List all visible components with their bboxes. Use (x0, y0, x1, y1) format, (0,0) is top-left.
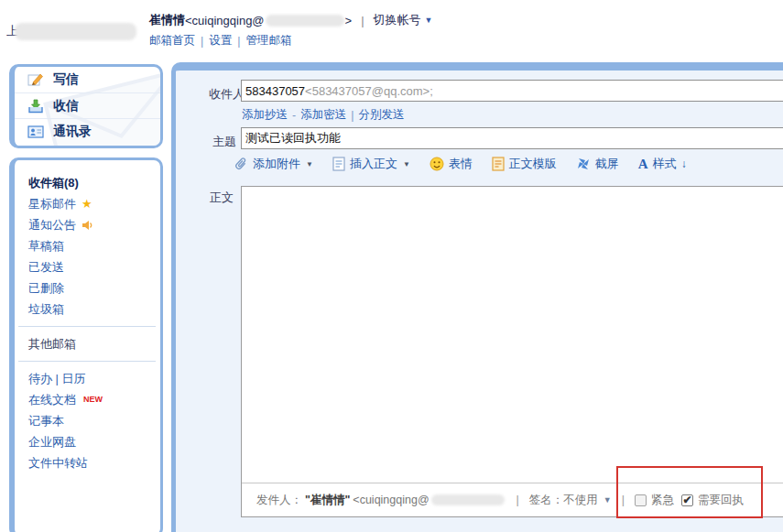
separator: | (237, 35, 240, 48)
tool-label: 文件中转站 (28, 452, 88, 473)
folder-label: 已删除 (28, 277, 64, 299)
arrow-down-icon: ↓ (681, 157, 687, 170)
nav-mail-home[interactable]: 邮箱首页 (149, 33, 195, 49)
folder-sent[interactable]: 已发送 (15, 256, 160, 277)
sidebar-item-label: 收信 (53, 98, 79, 114)
to-input[interactable]: 583437057<583437057@qq.com>; (241, 80, 783, 102)
add-bcc-link[interactable]: 添加密送 (300, 107, 346, 123)
read-receipt-checkbox[interactable] (681, 494, 693, 506)
sidebar-folders-panel: 收件箱(8) 星标邮件 ★ 通知公告 草稿箱 已发送 已删除 垃圾箱 其他邮箱 … (9, 157, 163, 532)
user-email-prefix: <cuiqingqing@ (185, 14, 265, 27)
letter-a-icon: A (638, 157, 648, 172)
send-separately-link[interactable]: 分别发送 (358, 107, 404, 123)
folder-label: 星标邮件 (28, 193, 76, 214)
tool-label: 添加附件 (253, 156, 300, 172)
tool-label: 插入正文 (350, 156, 397, 172)
nav-manage-mailbox[interactable]: 管理邮箱 (246, 33, 292, 49)
email-redaction-blur (431, 494, 505, 505)
subject-label: 主题 (212, 134, 236, 150)
template-icon (492, 157, 505, 171)
sidebar-item-notes[interactable]: 记事本 (15, 410, 160, 431)
sidebar-item-contacts[interactable]: 通讯录 (15, 118, 160, 144)
add-attachment-button[interactable]: 添加附件 ▼ (234, 156, 313, 172)
sidebar-item-todo-calendar[interactable]: 待办 | 日历 (15, 368, 160, 389)
screenshot-pinwheel-icon (576, 157, 591, 171)
contacts-card-icon (27, 125, 44, 138)
urgent-checkbox[interactable] (635, 494, 647, 506)
folder-starred[interactable]: 星标邮件 ★ (15, 193, 160, 214)
nav-settings[interactable]: 设置 (209, 33, 232, 49)
sidebar-item-compose[interactable]: 写信 (15, 67, 160, 92)
style-button[interactable]: A 样式 ↓ (638, 156, 687, 172)
from-email-prefix: <cuiqingqing@ (353, 494, 429, 506)
sidebar-actions-panel: 写信 收信 通讯录 (9, 64, 163, 148)
compose-pencil-icon (27, 72, 44, 87)
body-editor[interactable] (242, 187, 783, 483)
sidebar-item-file-transfer[interactable]: 文件中转站 (15, 452, 160, 473)
chevron-down-icon: ▼ (425, 16, 433, 25)
folder-inbox[interactable]: 收件箱(8) (15, 172, 160, 193)
separator: | (622, 494, 625, 506)
from-name: "崔情情" (305, 493, 350, 508)
separator: | (517, 494, 519, 506)
header-nav: 邮箱首页 | 设置 | 管理邮箱 (149, 33, 292, 49)
chevron-down-icon: ▼ (306, 160, 313, 168)
sidebar-item-enterprise-drive[interactable]: 企业网盘 (15, 431, 160, 452)
recipient-address: <583437057@qq.com>; (305, 84, 433, 98)
tool-label: 正文模版 (509, 156, 557, 172)
sidebar-item-label: 写信 (53, 71, 79, 88)
tool-label: 样式 (653, 156, 677, 172)
new-badge: NEW (83, 389, 103, 410)
separator: | (351, 109, 353, 122)
folder-spam[interactable]: 垃圾箱 (15, 299, 160, 320)
divider (18, 326, 156, 327)
recipient-name: 583437057 (245, 84, 305, 98)
switch-account-label: 切换帐号 (374, 12, 421, 28)
paperclip-icon (234, 157, 248, 171)
body-label: 正文 (210, 190, 234, 206)
subject-input[interactable]: 测试已读回执功能 (241, 127, 783, 149)
smiley-icon (430, 157, 444, 171)
folder-label: 其他邮箱 (28, 333, 76, 354)
chevron-down-icon: ▼ (403, 160, 410, 168)
sidebar-item-online-docs[interactable]: 在线文档NEW (15, 389, 160, 410)
switch-account-button[interactable]: 切换帐号 ▼ (374, 12, 433, 28)
signature-select[interactable]: 不使用 ▼ (563, 493, 611, 508)
receive-mail-icon (27, 99, 44, 114)
folder-label: 收件箱(8) (28, 172, 79, 193)
org-name-redaction-blur (15, 23, 136, 40)
folder-deleted[interactable]: 已删除 (15, 277, 160, 299)
email-redaction-blur (266, 15, 344, 27)
folder-other-mailboxes[interactable]: 其他邮箱 (15, 333, 160, 354)
user-display-name: 崔情情 (149, 12, 185, 28)
urgent-label[interactable]: 紧急 (651, 493, 674, 508)
sidebar-item-receive[interactable]: 收信 (15, 92, 160, 118)
signature-label: 签名： (529, 493, 564, 508)
folder-label: 垃圾箱 (28, 299, 64, 320)
emoji-button[interactable]: 表情 (430, 156, 473, 172)
separator: | (201, 35, 203, 48)
star-icon: ★ (82, 198, 92, 210)
folder-announcements[interactable]: 通知公告 (15, 214, 160, 235)
separator: - (292, 109, 296, 122)
tool-label: 表情 (449, 156, 473, 172)
read-receipt-label[interactable]: 需要回执 (698, 493, 744, 508)
tool-label: 企业网盘 (28, 431, 76, 452)
chevron-down-icon: ▼ (604, 495, 612, 505)
subject-value: 测试已读回执功能 (245, 130, 341, 147)
tool-label: 待办 | 日历 (28, 368, 86, 389)
speaker-icon (82, 220, 94, 231)
cc-bcc-links: 添加抄送 - 添加密送 | 分别发送 (242, 107, 404, 123)
from-label: 发件人： (256, 493, 302, 508)
signature-value: 不使用 (563, 493, 598, 508)
screenshot-button[interactable]: 截屏 (576, 156, 619, 172)
read-receipt-option: 需要回执 (681, 493, 744, 508)
user-email-close: > (345, 14, 353, 27)
account-info-bar: 崔情情<cuiqingqing@> | 切换帐号 ▼ (149, 12, 432, 28)
body-template-button[interactable]: 正文模版 (492, 156, 557, 172)
insert-body-button[interactable]: 插入正文 ▼ (332, 156, 410, 172)
webmail-compose-page: 上海 崔情情<cuiqingqing@> | 切换帐号 ▼ 邮箱首页 | 设置 … (0, 0, 783, 532)
divider (18, 361, 156, 362)
add-cc-link[interactable]: 添加抄送 (242, 107, 288, 123)
folder-drafts[interactable]: 草稿箱 (15, 235, 160, 256)
